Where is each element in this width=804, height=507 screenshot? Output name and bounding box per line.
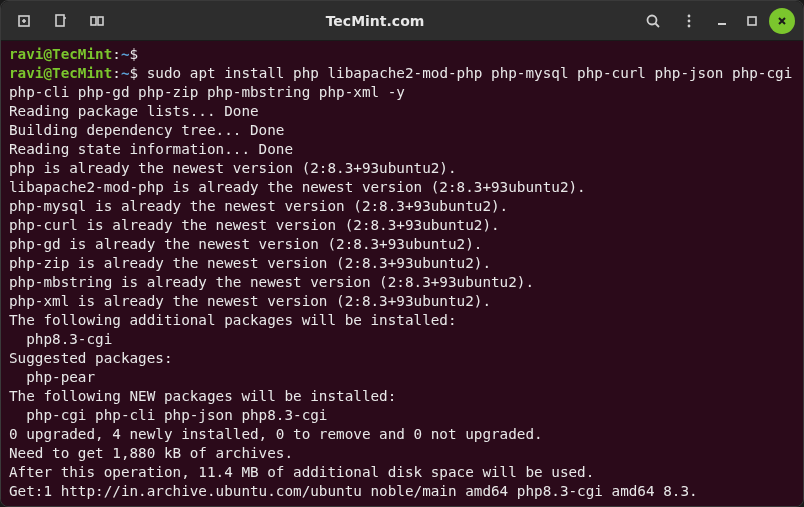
window-titlebar: TecMint.com bbox=[1, 1, 803, 41]
prompt-dollar: $ bbox=[130, 46, 139, 62]
prompt-path: ~ bbox=[121, 46, 130, 62]
terminal-output-line: The following NEW packages will be insta… bbox=[9, 387, 795, 406]
svg-point-6 bbox=[688, 19, 691, 22]
terminal-output-line: Reading state information... Done bbox=[9, 140, 795, 159]
terminal-output-line: php-xml is already the newest version (2… bbox=[9, 292, 795, 311]
terminal-output-line: 0 upgraded, 4 newly installed, 0 to remo… bbox=[9, 425, 795, 444]
terminal-output-line: Suggested packages: bbox=[9, 349, 795, 368]
svg-point-4 bbox=[648, 15, 657, 24]
terminal-output-line: php-mysql is already the newest version … bbox=[9, 197, 795, 216]
terminal-output-line: Building dependency tree... Done bbox=[9, 121, 795, 140]
minimize-button[interactable] bbox=[709, 8, 735, 34]
svg-point-7 bbox=[688, 24, 691, 27]
terminal-output-line: Need to get 1,880 kB of archives. bbox=[9, 444, 795, 463]
prompt-user-host: ravi@TecMint bbox=[9, 46, 112, 62]
menu-button[interactable] bbox=[673, 5, 705, 37]
terminal-output-line: php-curl is already the newest version (… bbox=[9, 216, 795, 235]
terminal-output-line: php-pear bbox=[9, 368, 795, 387]
terminal-output-line: php is already the newest version (2:8.3… bbox=[9, 159, 795, 178]
terminal-output-line: php8.3-cgi bbox=[9, 330, 795, 349]
terminal-output-line: php-zip is already the newest version (2… bbox=[9, 254, 795, 273]
svg-rect-8 bbox=[748, 17, 756, 25]
prompt-user-host: ravi@TecMint bbox=[9, 65, 112, 81]
new-window-button[interactable] bbox=[45, 5, 77, 37]
svg-rect-2 bbox=[91, 17, 96, 25]
close-button[interactable] bbox=[769, 8, 795, 34]
terminal-output-line: After this operation, 11.4 MB of additio… bbox=[9, 463, 795, 482]
terminal-output-line: php-gd is already the newest version (2:… bbox=[9, 235, 795, 254]
prompt-path: ~ bbox=[121, 65, 130, 81]
svg-point-5 bbox=[688, 14, 691, 17]
split-view-button[interactable] bbox=[81, 5, 113, 37]
terminal-output-line: libapache2-mod-php is already the newest… bbox=[9, 178, 795, 197]
prompt-dollar: $ bbox=[130, 65, 139, 81]
terminal-output-line: php-mbstring is already the newest versi… bbox=[9, 273, 795, 292]
prompt-sep: : bbox=[112, 46, 121, 62]
titlebar-left-controls bbox=[9, 5, 113, 37]
terminal-output-line: Get:1 http://in.archive.ubuntu.com/ubunt… bbox=[9, 482, 795, 501]
svg-rect-3 bbox=[98, 17, 103, 25]
terminal-output-line: The following additional packages will b… bbox=[9, 311, 795, 330]
maximize-button[interactable] bbox=[739, 8, 765, 34]
terminal-output-line: Reading package lists... Done bbox=[9, 102, 795, 121]
search-button[interactable] bbox=[637, 5, 669, 37]
titlebar-right-controls bbox=[637, 5, 795, 37]
terminal-output-line: php-cgi php-cli php-json php8.3-cgi bbox=[9, 406, 795, 425]
svg-rect-1 bbox=[56, 15, 64, 26]
window-title: TecMint.com bbox=[113, 13, 637, 29]
new-tab-button[interactable] bbox=[9, 5, 41, 37]
prompt-sep: : bbox=[112, 65, 121, 81]
terminal-output: Reading package lists... DoneBuilding de… bbox=[9, 102, 795, 501]
terminal-viewport[interactable]: ravi@TecMint:~$ ravi@TecMint:~$ sudo apt… bbox=[1, 41, 803, 506]
